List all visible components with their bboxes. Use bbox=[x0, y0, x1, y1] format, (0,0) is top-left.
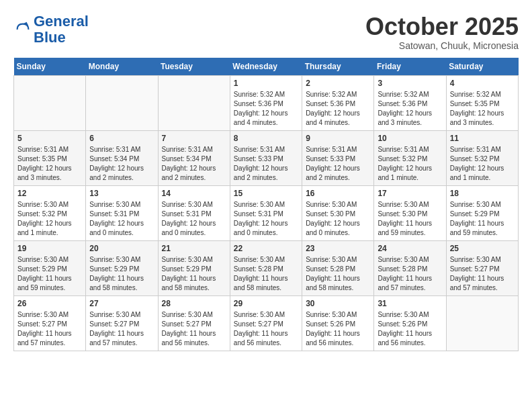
calendar-cell: 18Sunrise: 5:30 AM Sunset: 5:29 PM Dayli… bbox=[446, 185, 518, 240]
title-block: October 2025 Satowan, Chuuk, Micronesia bbox=[365, 13, 519, 51]
day-info: Sunrise: 5:32 AM Sunset: 5:35 PM Dayligh… bbox=[450, 90, 515, 128]
day-info: Sunrise: 5:30 AM Sunset: 5:29 PM Dayligh… bbox=[162, 255, 226, 293]
calendar-cell: 6Sunrise: 5:31 AM Sunset: 5:34 PM Daylig… bbox=[86, 130, 158, 185]
calendar-week-row: 12Sunrise: 5:30 AM Sunset: 5:32 PM Dayli… bbox=[14, 185, 519, 240]
day-number: 9 bbox=[306, 134, 370, 143]
day-info: Sunrise: 5:32 AM Sunset: 5:36 PM Dayligh… bbox=[378, 90, 442, 128]
day-info: Sunrise: 5:31 AM Sunset: 5:32 PM Dayligh… bbox=[450, 145, 515, 183]
day-number: 25 bbox=[450, 244, 515, 253]
calendar-cell: 25Sunrise: 5:30 AM Sunset: 5:27 PM Dayli… bbox=[446, 240, 518, 295]
day-number: 19 bbox=[17, 244, 82, 253]
day-info: Sunrise: 5:32 AM Sunset: 5:36 PM Dayligh… bbox=[234, 90, 298, 128]
day-info: Sunrise: 5:31 AM Sunset: 5:35 PM Dayligh… bbox=[17, 145, 82, 183]
header-friday: Friday bbox=[374, 58, 446, 76]
day-number: 10 bbox=[378, 134, 442, 143]
header-monday: Monday bbox=[86, 58, 158, 76]
day-info: Sunrise: 5:31 AM Sunset: 5:34 PM Dayligh… bbox=[162, 145, 226, 183]
day-number: 23 bbox=[306, 244, 370, 253]
day-info: Sunrise: 5:30 AM Sunset: 5:28 PM Dayligh… bbox=[234, 255, 298, 293]
day-info: Sunrise: 5:30 AM Sunset: 5:26 PM Dayligh… bbox=[306, 310, 370, 348]
header-saturday: Saturday bbox=[446, 58, 518, 76]
calendar-cell: 8Sunrise: 5:31 AM Sunset: 5:33 PM Daylig… bbox=[230, 130, 302, 185]
calendar-cell: 12Sunrise: 5:30 AM Sunset: 5:32 PM Dayli… bbox=[14, 185, 86, 240]
calendar-cell: 9Sunrise: 5:31 AM Sunset: 5:33 PM Daylig… bbox=[302, 130, 374, 185]
day-number: 15 bbox=[234, 189, 298, 198]
calendar-cell: 15Sunrise: 5:30 AM Sunset: 5:31 PM Dayli… bbox=[230, 185, 302, 240]
logo-icon bbox=[13, 20, 32, 39]
calendar-cell bbox=[86, 75, 158, 130]
day-number: 11 bbox=[450, 134, 515, 143]
calendar-week-row: 1Sunrise: 5:32 AM Sunset: 5:36 PM Daylig… bbox=[14, 75, 519, 130]
day-number: 13 bbox=[89, 189, 154, 198]
day-info: Sunrise: 5:32 AM Sunset: 5:36 PM Dayligh… bbox=[306, 90, 370, 128]
calendar-cell: 28Sunrise: 5:30 AM Sunset: 5:27 PM Dayli… bbox=[158, 295, 230, 351]
day-info: Sunrise: 5:31 AM Sunset: 5:33 PM Dayligh… bbox=[306, 145, 370, 183]
header-wednesday: Wednesday bbox=[230, 58, 302, 76]
calendar-cell: 2Sunrise: 5:32 AM Sunset: 5:36 PM Daylig… bbox=[302, 75, 374, 130]
day-number: 2 bbox=[306, 79, 370, 88]
day-info: Sunrise: 5:30 AM Sunset: 5:27 PM Dayligh… bbox=[17, 310, 82, 348]
day-info: Sunrise: 5:31 AM Sunset: 5:33 PM Dayligh… bbox=[234, 145, 298, 183]
day-info: Sunrise: 5:30 AM Sunset: 5:28 PM Dayligh… bbox=[378, 255, 442, 293]
calendar-cell: 7Sunrise: 5:31 AM Sunset: 5:34 PM Daylig… bbox=[158, 130, 230, 185]
page-header: General Blue October 2025 Satowan, Chuuk… bbox=[13, 13, 519, 51]
day-info: Sunrise: 5:30 AM Sunset: 5:31 PM Dayligh… bbox=[89, 200, 154, 238]
day-info: Sunrise: 5:31 AM Sunset: 5:34 PM Dayligh… bbox=[89, 145, 154, 183]
calendar-cell: 17Sunrise: 5:30 AM Sunset: 5:30 PM Dayli… bbox=[374, 185, 446, 240]
header-thursday: Thursday bbox=[302, 58, 374, 76]
day-number: 27 bbox=[89, 299, 154, 308]
day-info: Sunrise: 5:30 AM Sunset: 5:29 PM Dayligh… bbox=[17, 255, 82, 293]
calendar-cell: 11Sunrise: 5:31 AM Sunset: 5:32 PM Dayli… bbox=[446, 130, 518, 185]
calendar-cell: 14Sunrise: 5:30 AM Sunset: 5:31 PM Dayli… bbox=[158, 185, 230, 240]
calendar-cell: 5Sunrise: 5:31 AM Sunset: 5:35 PM Daylig… bbox=[14, 130, 86, 185]
calendar-table: SundayMondayTuesdayWednesdayThursdayFrid… bbox=[13, 58, 519, 351]
calendar-week-row: 5Sunrise: 5:31 AM Sunset: 5:35 PM Daylig… bbox=[14, 130, 519, 185]
day-info: Sunrise: 5:30 AM Sunset: 5:27 PM Dayligh… bbox=[162, 310, 226, 348]
calendar-cell: 30Sunrise: 5:30 AM Sunset: 5:26 PM Dayli… bbox=[302, 295, 374, 351]
calendar-cell: 19Sunrise: 5:30 AM Sunset: 5:29 PM Dayli… bbox=[14, 240, 86, 295]
day-info: Sunrise: 5:30 AM Sunset: 5:29 PM Dayligh… bbox=[450, 200, 515, 238]
calendar-cell: 22Sunrise: 5:30 AM Sunset: 5:28 PM Dayli… bbox=[230, 240, 302, 295]
day-number: 24 bbox=[378, 244, 442, 253]
day-info: Sunrise: 5:30 AM Sunset: 5:32 PM Dayligh… bbox=[17, 200, 82, 238]
calendar-cell: 29Sunrise: 5:30 AM Sunset: 5:27 PM Dayli… bbox=[230, 295, 302, 351]
month-title: October 2025 bbox=[365, 13, 519, 40]
day-info: Sunrise: 5:30 AM Sunset: 5:31 PM Dayligh… bbox=[234, 200, 298, 238]
day-info: Sunrise: 5:31 AM Sunset: 5:32 PM Dayligh… bbox=[378, 145, 442, 183]
day-info: Sunrise: 5:30 AM Sunset: 5:26 PM Dayligh… bbox=[378, 310, 442, 348]
day-info: Sunrise: 5:30 AM Sunset: 5:27 PM Dayligh… bbox=[89, 310, 154, 348]
day-info: Sunrise: 5:30 AM Sunset: 5:28 PM Dayligh… bbox=[306, 255, 370, 293]
calendar-cell bbox=[14, 75, 86, 130]
calendar-week-row: 19Sunrise: 5:30 AM Sunset: 5:29 PM Dayli… bbox=[14, 240, 519, 295]
calendar-cell: 21Sunrise: 5:30 AM Sunset: 5:29 PM Dayli… bbox=[158, 240, 230, 295]
logo-line2: Blue bbox=[34, 29, 66, 46]
day-info: Sunrise: 5:30 AM Sunset: 5:31 PM Dayligh… bbox=[162, 200, 226, 238]
calendar-cell: 23Sunrise: 5:30 AM Sunset: 5:28 PM Dayli… bbox=[302, 240, 374, 295]
calendar-cell: 27Sunrise: 5:30 AM Sunset: 5:27 PM Dayli… bbox=[86, 295, 158, 351]
day-number: 30 bbox=[306, 299, 370, 308]
day-info: Sunrise: 5:30 AM Sunset: 5:27 PM Dayligh… bbox=[450, 255, 515, 293]
logo-line1: General bbox=[34, 13, 89, 30]
day-number: 7 bbox=[162, 134, 226, 143]
logo: General Blue bbox=[13, 13, 89, 46]
calendar-cell bbox=[158, 75, 230, 130]
day-number: 29 bbox=[234, 299, 298, 308]
calendar-cell: 1Sunrise: 5:32 AM Sunset: 5:36 PM Daylig… bbox=[230, 75, 302, 130]
day-number: 26 bbox=[17, 299, 82, 308]
day-number: 28 bbox=[162, 299, 226, 308]
day-number: 31 bbox=[378, 299, 442, 308]
calendar-header-row: SundayMondayTuesdayWednesdayThursdayFrid… bbox=[14, 58, 519, 76]
day-number: 6 bbox=[89, 134, 154, 143]
day-number: 8 bbox=[234, 134, 298, 143]
day-number: 1 bbox=[234, 79, 298, 88]
calendar-cell: 20Sunrise: 5:30 AM Sunset: 5:29 PM Dayli… bbox=[86, 240, 158, 295]
calendar-week-row: 26Sunrise: 5:30 AM Sunset: 5:27 PM Dayli… bbox=[14, 295, 519, 351]
day-info: Sunrise: 5:30 AM Sunset: 5:30 PM Dayligh… bbox=[306, 200, 370, 238]
calendar-cell: 31Sunrise: 5:30 AM Sunset: 5:26 PM Dayli… bbox=[374, 295, 446, 351]
day-number: 14 bbox=[162, 189, 226, 198]
day-number: 5 bbox=[17, 134, 82, 143]
day-number: 4 bbox=[450, 79, 515, 88]
day-number: 18 bbox=[450, 189, 515, 198]
calendar-cell: 10Sunrise: 5:31 AM Sunset: 5:32 PM Dayli… bbox=[374, 130, 446, 185]
calendar-cell: 13Sunrise: 5:30 AM Sunset: 5:31 PM Dayli… bbox=[86, 185, 158, 240]
